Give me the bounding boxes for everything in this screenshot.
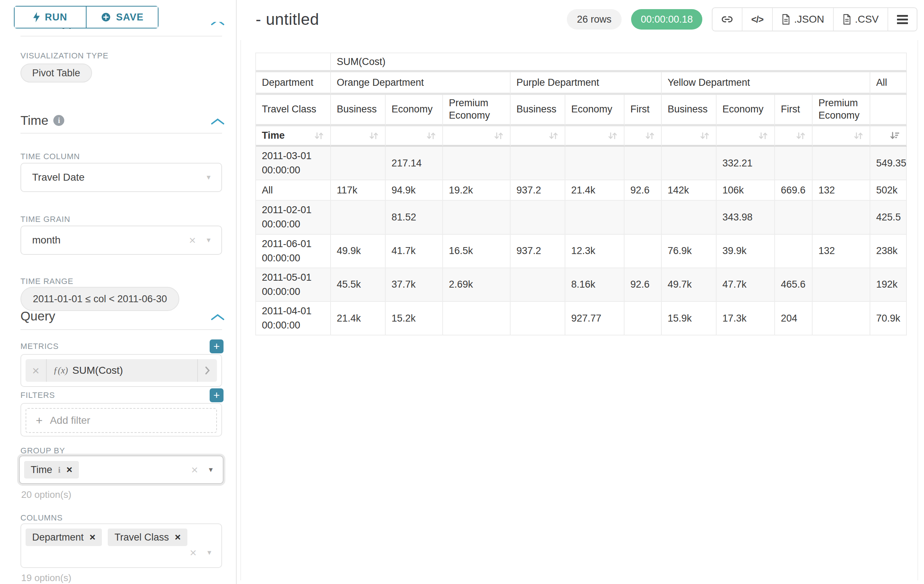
info-icon: i (58, 465, 61, 475)
pivot-table: SUM(Cost)DepartmentOrange DepartmentPurp… (255, 53, 907, 336)
group-by-select[interactable]: Time i × × ▼ (19, 456, 223, 484)
time-section-collapse-chevron[interactable] (210, 118, 225, 125)
sort-icon[interactable] (699, 130, 710, 141)
viz-type-pill[interactable]: Pivot Table (20, 64, 92, 82)
caret-down-icon[interactable]: ▼ (206, 549, 213, 557)
sort-icon[interactable] (795, 130, 806, 141)
caret-down-icon[interactable]: ▼ (208, 466, 214, 474)
remove-tag-icon[interactable]: × (175, 532, 180, 542)
more-options-button[interactable] (888, 8, 917, 31)
pivot-cell: 19.2k (443, 180, 511, 201)
pivot-cell: 45.5k (331, 268, 386, 302)
run-save-toolbar: RUN SAVE (14, 6, 158, 28)
remove-tag-icon[interactable]: × (66, 465, 72, 475)
clear-icon[interactable]: × (191, 464, 198, 475)
chart-type-collapse-chevron[interactable] (210, 22, 226, 26)
pivot-class-header (870, 95, 907, 126)
sort-icon[interactable] (607, 130, 618, 141)
sort-icon[interactable] (757, 130, 769, 141)
pivot-cell (511, 268, 565, 302)
clear-icon[interactable]: × (189, 234, 196, 246)
pivot-cell: 192k (870, 268, 907, 302)
pivot-table-container: SUM(Cost)DepartmentOrange DepartmentPurp… (255, 53, 907, 336)
pivot-class-header: Business (331, 95, 386, 126)
filters-box: + Add filter (20, 403, 222, 436)
row-count-badge: 26 rows (567, 9, 622, 30)
caret-down-icon[interactable]: ▼ (205, 174, 212, 181)
pivot-cell: 41.7k (386, 235, 443, 268)
run-button[interactable]: RUN (15, 7, 86, 28)
pivot-time-header: Time (256, 126, 331, 147)
export-csv-button[interactable]: .CSV (833, 8, 888, 31)
pivot-sort-cell (775, 126, 813, 147)
section-divider (20, 329, 222, 330)
sort-icon[interactable] (426, 130, 436, 141)
time-range-value: 2011-01-01 ≤ col < 2011-06-30 (33, 293, 167, 305)
pivot-cell: 502k (870, 180, 907, 201)
columns-select[interactable]: Department × Travel Class × × ▼ (20, 523, 222, 568)
copy-link-button[interactable] (713, 8, 742, 31)
pivot-sort-cell (565, 126, 625, 147)
pivot-cell (813, 302, 870, 336)
chart-title[interactable]: - untitled (256, 10, 319, 28)
run-button-label: RUN (45, 12, 68, 23)
pivot-group-header: Purple Department (511, 72, 662, 95)
pivot-cell: 81.52 (386, 201, 443, 234)
query-section-collapse-chevron[interactable] (210, 313, 225, 321)
time-column-value: Travel Date (32, 171, 85, 183)
sort-icon[interactable] (644, 130, 655, 141)
add-filter-plus-button[interactable]: + (210, 388, 223, 402)
save-button[interactable]: SAVE (86, 7, 158, 28)
pivot-row-header: 2011-06-01 00:00:00 (256, 235, 331, 268)
export-json-button[interactable]: .JSON (772, 8, 833, 31)
metric-expand-button[interactable] (197, 359, 217, 382)
pivot-cell: 332.21 (716, 147, 775, 180)
section-divider (20, 133, 222, 133)
pivot-cell: 49.9k (331, 235, 386, 268)
pivot-cell (662, 147, 716, 180)
pivot-cell: 937.2 (511, 180, 565, 201)
sort-icon[interactable] (314, 130, 324, 141)
pivot-cell: 49.7k (662, 268, 716, 302)
metric-pill[interactable]: × ƒ(x) SUM(Cost) (26, 359, 217, 382)
pivot-cell (775, 201, 813, 234)
pivot-cell (443, 201, 511, 234)
add-filter-button[interactable]: + Add filter (26, 408, 217, 433)
pivot-class-header: Economy (565, 95, 625, 126)
pivot-sort-cell (716, 126, 775, 147)
add-metric-button[interactable]: + (210, 339, 223, 353)
time-range-pill[interactable]: 2011-01-01 ≤ col < 2011-06-30 (20, 287, 179, 311)
pivot-class-header: Premium Economy (443, 95, 511, 126)
sort-icon[interactable] (493, 130, 504, 141)
clear-icon[interactable]: × (190, 547, 196, 558)
pivot-class-header: First (625, 95, 662, 126)
section-divider (20, 36, 222, 36)
pivot-cell: 37.7k (386, 268, 443, 302)
pivot-sort-cell-active (870, 126, 907, 147)
view-query-button[interactable]: </> (742, 8, 772, 31)
pivot-row-header: 2011-02-01 00:00:00 (256, 201, 331, 234)
sort-icon[interactable] (548, 130, 559, 141)
scroll-track[interactable] (917, 40, 918, 580)
pivot-cell: 94.9k (386, 180, 443, 201)
pivot-cell: 16.5k (443, 235, 511, 268)
remove-tag-icon[interactable]: × (89, 532, 95, 542)
group-by-tag-time[interactable]: Time i × (24, 461, 79, 479)
sort-desc-icon[interactable] (889, 130, 900, 141)
group-by-tag-label: Time (31, 464, 52, 475)
pivot-data-row: All117k94.9k19.2k937.221.4k92.6142k106k6… (256, 180, 907, 201)
pivot-metric-header: SUM(Cost) (331, 53, 907, 72)
pivot-data-row: 2011-05-01 00:00:0045.5k37.7k2.69k8.16k9… (256, 268, 907, 302)
sort-icon[interactable] (368, 130, 379, 141)
columns-tag-department[interactable]: Department × (26, 528, 102, 546)
pivot-cell (565, 147, 625, 180)
time-range-label: TIME RANGE (20, 277, 73, 286)
time-grain-select[interactable]: month × ▼ (20, 225, 222, 255)
time-column-select[interactable]: Travel Date ▼ (20, 163, 222, 192)
viz-type-value: Pivot Table (32, 67, 80, 79)
remove-metric-icon[interactable]: × (26, 359, 47, 382)
sort-icon[interactable] (853, 130, 864, 141)
pivot-cell: 132 (813, 235, 870, 268)
caret-down-icon[interactable]: ▼ (205, 237, 212, 244)
columns-tag-travel-class[interactable]: Travel Class × (108, 528, 187, 546)
